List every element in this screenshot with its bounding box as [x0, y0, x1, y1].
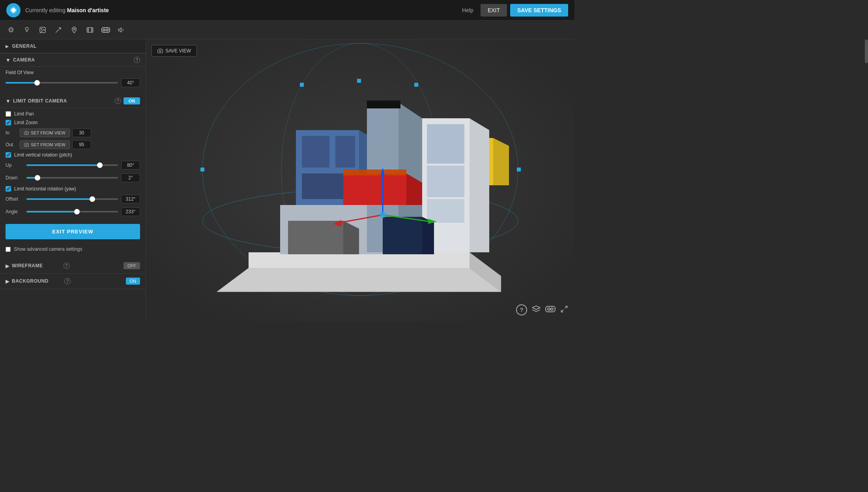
limit-orbit-header[interactable]: ▼ LIMIT ORBIT CAMERA ? ON — [0, 94, 146, 108]
general-arrow-icon: ▶ — [6, 44, 9, 48]
limit-orbit-help-icon[interactable]: ? — [115, 98, 121, 104]
out-label: Out — [6, 142, 17, 147]
offset-label: Offset — [6, 196, 23, 202]
viewport: SAVE VIEW — [146, 39, 574, 322]
down-value[interactable]: 2° — [121, 173, 140, 182]
help-button[interactable]: Help — [458, 5, 477, 16]
camera-arrow-icon: ▼ — [6, 57, 11, 63]
svg-rect-26 — [300, 83, 304, 87]
limit-vertical-checkbox[interactable] — [6, 152, 11, 158]
background-toggle[interactable]: ON — [126, 278, 140, 285]
svg-point-65 — [380, 212, 386, 218]
limit-orbit-label: LIMIT ORBIT CAMERA — [13, 98, 112, 104]
limit-horizontal-label: Limit horizontal rotation (yaw) — [14, 186, 76, 192]
limit-horizontal-checkbox[interactable] — [6, 186, 11, 192]
in-set-from-view-button[interactable]: SET FROM VIEW — [20, 129, 70, 137]
viewport-3d[interactable] — [146, 39, 574, 322]
viewport-fullscreen-icon[interactable] — [560, 305, 568, 315]
offset-value[interactable]: 312° — [121, 195, 140, 203]
background-section: ▶ BACKGROUND ? ON — [0, 274, 146, 289]
limit-orbit-toggle[interactable]: ON — [123, 97, 140, 104]
viewport-vr-icon[interactable] — [545, 306, 556, 315]
out-sfv-label: SET FROM VIEW — [31, 142, 65, 147]
offset-slider[interactable] — [26, 195, 118, 203]
limit-orbit-body: Limit Pan Limit Zoom In SET FROM VIEW 30… — [0, 108, 146, 258]
up-label: Up — [6, 162, 23, 168]
svg-point-5 — [41, 28, 42, 29]
limit-pan-checkbox[interactable] — [6, 111, 11, 117]
fov-value[interactable]: 40° — [121, 78, 140, 87]
background-arrow-icon: ▶ — [6, 278, 9, 284]
sidebar: ▶ GENERAL ▼ CAMERA ? Field Of View 40° — [0, 39, 146, 322]
svg-point-19 — [26, 132, 27, 134]
save-view-button[interactable]: SAVE VIEW — [152, 45, 197, 57]
limit-zoom-row: Limit Zoom — [6, 120, 140, 125]
save-settings-button[interactable]: SAVE SETTINGS — [510, 4, 568, 17]
svg-marker-46 — [343, 170, 406, 175]
wand-icon-btn[interactable] — [51, 22, 66, 38]
vr-icon-btn[interactable] — [98, 22, 114, 38]
header: Currently editing Maison d'artiste Help … — [0, 0, 574, 20]
zoom-out-row: Out SET FROM VIEW 95 — [6, 140, 140, 149]
svg-marker-48 — [493, 138, 509, 185]
project-name: Maison d'artiste — [67, 7, 109, 13]
camera-help-icon[interactable]: ? — [134, 57, 140, 63]
svg-rect-8 — [87, 28, 93, 32]
lightbulb-icon-btn[interactable] — [19, 22, 35, 38]
angle-slider[interactable] — [26, 208, 118, 216]
pin-icon-btn[interactable] — [66, 22, 82, 38]
background-label: BACKGROUND — [12, 278, 62, 284]
film-icon-btn[interactable] — [82, 22, 98, 38]
svg-rect-30 — [517, 168, 521, 171]
fov-slider[interactable] — [6, 79, 118, 87]
svg-rect-52 — [427, 166, 464, 197]
svg-point-67 — [548, 308, 550, 310]
limit-zoom-checkbox[interactable] — [6, 120, 11, 125]
viewport-layers-icon[interactable] — [532, 306, 541, 315]
gear-icon-btn[interactable]: ⚙ — [3, 22, 19, 38]
background-help-icon[interactable]: ? — [64, 278, 71, 284]
exit-preview-button[interactable]: EXIT PREVIEW — [6, 224, 140, 239]
viewport-help-icon[interactable]: ? — [516, 304, 527, 315]
svg-marker-18 — [119, 28, 122, 32]
out-set-from-view-button[interactable]: SET FROM VIEW — [20, 140, 70, 149]
editing-label: Currently editing — [25, 7, 65, 13]
svg-point-16 — [103, 29, 105, 31]
app-logo — [6, 3, 21, 17]
svg-point-7 — [73, 28, 75, 30]
out-value[interactable]: 95 — [72, 140, 91, 149]
svg-marker-54 — [383, 217, 422, 254]
svg-marker-32 — [217, 268, 501, 292]
general-label: GENERAL — [12, 43, 37, 49]
wireframe-help-icon[interactable]: ? — [64, 263, 70, 269]
svg-marker-50 — [470, 118, 489, 252]
wireframe-toggle[interactable]: OFF — [123, 262, 140, 269]
down-slider[interactable] — [26, 174, 118, 182]
header-title: Currently editing Maison d'artiste — [25, 7, 109, 13]
svg-point-1 — [25, 27, 28, 30]
svg-rect-51 — [427, 124, 464, 164]
svg-marker-44 — [343, 173, 406, 205]
limit-vertical-row: Limit vertical rotation (pitch) — [6, 152, 140, 158]
angle-value[interactable]: 233° — [121, 207, 140, 216]
svg-line-70 — [561, 309, 564, 312]
wireframe-label: WIREFRAME — [12, 263, 61, 268]
limit-pan-row: Limit Pan — [6, 111, 140, 117]
limit-vertical-label: Limit vertical rotation (pitch) — [14, 152, 72, 158]
viewport-controls: ? — [516, 304, 568, 315]
in-value[interactable]: 30 — [72, 129, 91, 137]
show-advanced-checkbox[interactable] — [6, 247, 11, 252]
svg-rect-53 — [427, 199, 464, 223]
up-slider[interactable] — [26, 161, 118, 169]
in-label: In — [6, 130, 17, 136]
image-icon-btn[interactable] — [35, 22, 51, 38]
speaker-icon-btn[interactable] — [114, 22, 129, 38]
header-right: Help EXIT SAVE SETTINGS — [458, 4, 568, 17]
svg-rect-28 — [414, 83, 418, 87]
up-value[interactable]: 80° — [121, 161, 140, 170]
camera-section-header[interactable]: ▼ CAMERA ? — [0, 53, 146, 67]
header-left: Currently editing Maison d'artiste — [6, 3, 109, 17]
general-section-header[interactable]: ▶ GENERAL — [0, 39, 146, 53]
wireframe-arrow-icon: ▶ — [6, 263, 9, 269]
exit-button[interactable]: EXIT — [481, 4, 507, 17]
